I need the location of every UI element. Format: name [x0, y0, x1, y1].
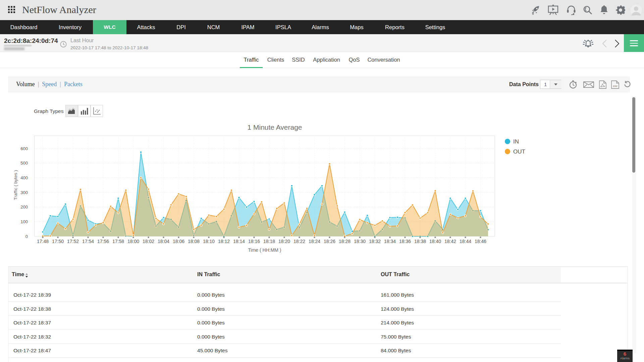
svg-text:17:48: 17:48 — [37, 239, 49, 244]
svg-text:18:22: 18:22 — [293, 239, 305, 244]
svg-text:18:10: 18:10 — [203, 239, 215, 244]
svg-text:600: 600 — [20, 146, 28, 151]
svg-text:18:04: 18:04 — [158, 239, 169, 244]
svg-text:18:18: 18:18 — [263, 239, 275, 244]
svg-text:1 Minute Average: 1 Minute Average — [247, 123, 302, 131]
svg-text:18:44: 18:44 — [460, 239, 471, 244]
svg-text:18:28: 18:28 — [339, 239, 351, 244]
svg-text:100: 100 — [20, 219, 28, 224]
svg-text:17:58: 17:58 — [112, 239, 124, 244]
svg-text:18:20: 18:20 — [278, 239, 290, 244]
svg-text:18:34: 18:34 — [384, 239, 396, 244]
svg-text:17:50: 17:50 — [52, 239, 64, 244]
svg-text:18:42: 18:42 — [444, 239, 456, 244]
svg-text:18:46: 18:46 — [475, 239, 486, 244]
svg-text:18:06: 18:06 — [173, 239, 184, 244]
svg-text:400: 400 — [20, 175, 28, 180]
svg-text:18:24: 18:24 — [309, 239, 320, 244]
svg-text:18:30: 18:30 — [354, 239, 366, 244]
svg-text:200: 200 — [20, 204, 28, 209]
svg-text:18:32: 18:32 — [369, 239, 381, 244]
svg-text:IN: IN — [513, 138, 519, 145]
svg-text:0: 0 — [25, 234, 28, 239]
svg-text:18:40: 18:40 — [429, 239, 441, 244]
svg-text:csv: csv — [613, 84, 618, 87]
svg-text:18:14: 18:14 — [233, 239, 245, 244]
svg-text:18:16: 18:16 — [248, 239, 260, 244]
svg-text:18:26: 18:26 — [324, 239, 335, 244]
svg-text:17:56: 17:56 — [97, 239, 109, 244]
svg-text:18:02: 18:02 — [143, 239, 154, 244]
svg-text:Traffic ( bytes ): Traffic ( bytes ) — [13, 170, 18, 200]
svg-text:18:36: 18:36 — [399, 239, 411, 244]
svg-text:18:08: 18:08 — [188, 239, 200, 244]
svg-text:OUT: OUT — [513, 148, 525, 155]
svg-text:18:12: 18:12 — [218, 239, 230, 244]
svg-text:17:54: 17:54 — [82, 239, 94, 244]
svg-text:18:00: 18:00 — [127, 239, 139, 244]
svg-text:18:38: 18:38 — [414, 239, 426, 244]
svg-text:300: 300 — [20, 190, 28, 195]
svg-text:Time ( HH:MM ): Time ( HH:MM ) — [248, 247, 281, 253]
svg-text:17:52: 17:52 — [67, 239, 79, 244]
svg-text:500: 500 — [20, 161, 28, 166]
